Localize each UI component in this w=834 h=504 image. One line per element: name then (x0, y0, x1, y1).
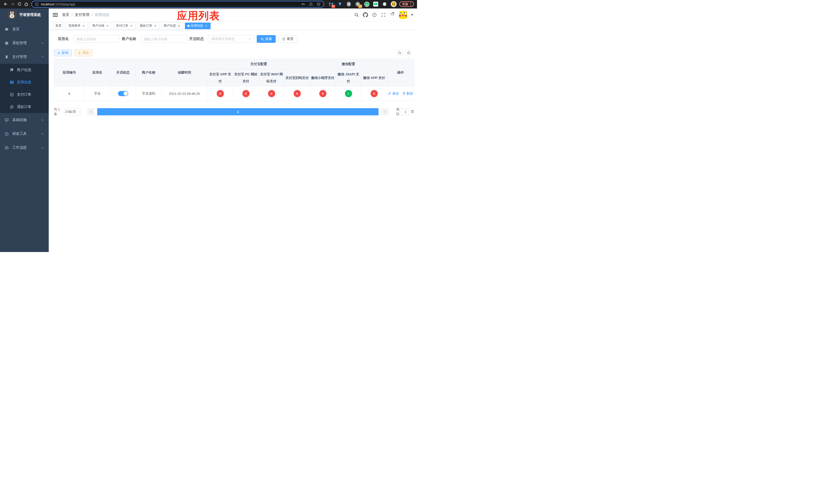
close-icon[interactable]: × (82, 24, 85, 28)
tag-home[interactable]: 首页 (53, 23, 64, 29)
search-icon (398, 51, 401, 54)
extension-grid-icon[interactable]: 10 (328, 1, 334, 7)
col-group-wechat: 微信配置 (310, 59, 387, 69)
sidebar-item-pay-order[interactable]: ¥ 支付订单 (0, 88, 49, 101)
app-name-label: 应用名 (58, 37, 69, 41)
user-menu-caret-icon[interactable] (411, 14, 413, 16)
breadcrumb: 首页 / 支付管理 / 应用信息 (62, 13, 109, 17)
total-count: 共 1 条 (54, 107, 61, 116)
edit-link[interactable]: 修改 (388, 91, 399, 96)
tag-merchant-info[interactable]: 商户信息× (161, 23, 183, 29)
help-icon[interactable]: ? (371, 12, 378, 18)
key-icon[interactable] (301, 2, 305, 6)
browser-update-button[interactable]: 更新 (399, 1, 414, 7)
tag-process-form[interactable]: 流程表单× (66, 23, 88, 29)
page-size-select[interactable]: 10条/页 (65, 108, 82, 115)
user-avatar[interactable] (399, 11, 407, 19)
close-icon[interactable]: × (204, 24, 208, 28)
chevron-down-icon (41, 146, 44, 149)
page-annotation: 应用列表 (177, 9, 220, 23)
chevron-down-icon (41, 42, 44, 45)
app-name-input[interactable] (73, 35, 120, 43)
url-text[interactable]: localhost:1024/pay/app (41, 2, 75, 6)
chevron-left-icon (89, 110, 93, 113)
close-icon[interactable]: × (177, 24, 181, 28)
sidebar: 芋道管理系统 首页 系统管理 (0, 8, 49, 252)
cell-app-name: 芋道 (85, 86, 110, 101)
alipay-pc-status-icon: ✕ (242, 90, 249, 97)
delete-link[interactable]: 删除 (402, 91, 413, 96)
tag-refund-order[interactable]: 退款订单× (137, 23, 159, 29)
search-icon[interactable] (353, 12, 360, 18)
goto-page-input[interactable] (401, 108, 409, 115)
page-number-1[interactable]: 1 (97, 108, 378, 115)
profile-smiley-avatar[interactable] (391, 1, 397, 7)
search-button[interactable]: 搜索 (257, 35, 276, 43)
app-logo[interactable]: 芋道管理系统 (0, 8, 49, 21)
github-icon[interactable] (362, 12, 369, 18)
col-group-alipay: 支付宝配置 (207, 59, 310, 69)
sidebar-item-system[interactable]: 系统管理 (0, 36, 49, 50)
export-button[interactable]: 导出 (74, 49, 93, 56)
tag-app-info[interactable]: 应用信息× (185, 23, 211, 29)
pagination: 共 1 条 10条/页 1 前往 页 (54, 107, 414, 116)
active-dot (188, 25, 190, 27)
reset-button[interactable]: 重置 (278, 35, 297, 43)
sidebar-item-infrastructure[interactable]: 基础设施 (0, 113, 49, 127)
next-page-button[interactable] (381, 108, 389, 115)
add-button[interactable]: 新增 (54, 49, 72, 56)
extension-avatar-icon[interactable]: 1 (355, 1, 361, 7)
star-icon[interactable] (316, 2, 321, 6)
extension-command-icon[interactable]: ⌘ (346, 1, 352, 7)
page: localhost:1024/pay/app 10 (0, 0, 417, 252)
topbar-actions: ? TT (353, 11, 417, 19)
sidebar-item-app-info[interactable]: 应用信息 (0, 76, 49, 88)
hamburger-icon[interactable] (49, 8, 62, 21)
goto-label: 前往 (396, 107, 399, 116)
sidebar-item-payment[interactable]: ¥ 支付管理 (0, 50, 49, 64)
col-alipay-qr: 支付宝扫码支付 (284, 69, 310, 86)
merchant-name-input[interactable] (140, 35, 187, 43)
sidebar-item-home[interactable]: 首页 (0, 22, 49, 36)
font-size-icon[interactable]: TT (389, 12, 396, 18)
extensions-area: 10 ⌘ 1 y (328, 1, 397, 7)
prev-page-button[interactable] (87, 108, 95, 115)
toggle-search-button[interactable] (396, 49, 403, 56)
extension-chat-icon[interactable] (373, 1, 379, 7)
fullscreen-icon[interactable] (380, 12, 387, 18)
tag-user-group[interactable]: 用户分组× (89, 23, 112, 29)
col-wechat-mini: 微信小程序支付 (310, 69, 336, 86)
breadcrumb-home[interactable]: 首页 (62, 13, 69, 17)
info-icon[interactable] (35, 2, 39, 6)
table-toolbar: 新增 导出 (54, 49, 414, 56)
sidebar-item-workflow[interactable]: 工作流程 (0, 141, 49, 155)
sidebar-item-merchant-info[interactable]: 商户信息 (0, 64, 49, 76)
status-select[interactable]: 请选择开启状态 (208, 35, 254, 43)
reload-icon[interactable] (16, 1, 23, 8)
puzzle-icon[interactable] (381, 1, 388, 7)
share-icon[interactable] (309, 2, 313, 6)
back-icon[interactable] (2, 1, 9, 8)
forward-icon[interactable] (9, 1, 16, 8)
status-toggle[interactable] (118, 91, 128, 96)
breadcrumb-payment[interactable]: 支付管理 (75, 13, 89, 17)
sidebar-item-refund-order[interactable]: 退款订单 (0, 101, 49, 113)
close-icon[interactable]: × (130, 24, 133, 28)
refresh-icon (282, 38, 285, 41)
sidebar-item-dev-tools[interactable]: 研发工具 (0, 127, 49, 141)
home-icon[interactable] (23, 1, 30, 8)
close-icon[interactable]: × (106, 24, 109, 28)
extension-gem-icon[interactable] (337, 1, 343, 7)
close-icon[interactable]: × (153, 24, 157, 28)
extension-yudao-icon[interactable]: y (364, 1, 370, 7)
url-bar[interactable]: localhost:1024/pay/app (31, 1, 324, 8)
cell-merchant: 芋道源码 (136, 86, 161, 101)
breadcrumb-app-info: 应用信息 (95, 13, 109, 17)
svg-text:⌘: ⌘ (348, 3, 350, 6)
browser-menu-icon[interactable] (410, 3, 411, 6)
goto-suffix: 页 (411, 110, 414, 114)
payment-submenu: 商户信息 应用信息 ¥ 支付订单 (0, 64, 49, 113)
wechat-jsapi-status-icon: ✓ (345, 90, 352, 97)
refresh-button[interactable] (405, 49, 412, 56)
tag-pay-order[interactable]: 支付订单× (113, 23, 136, 29)
